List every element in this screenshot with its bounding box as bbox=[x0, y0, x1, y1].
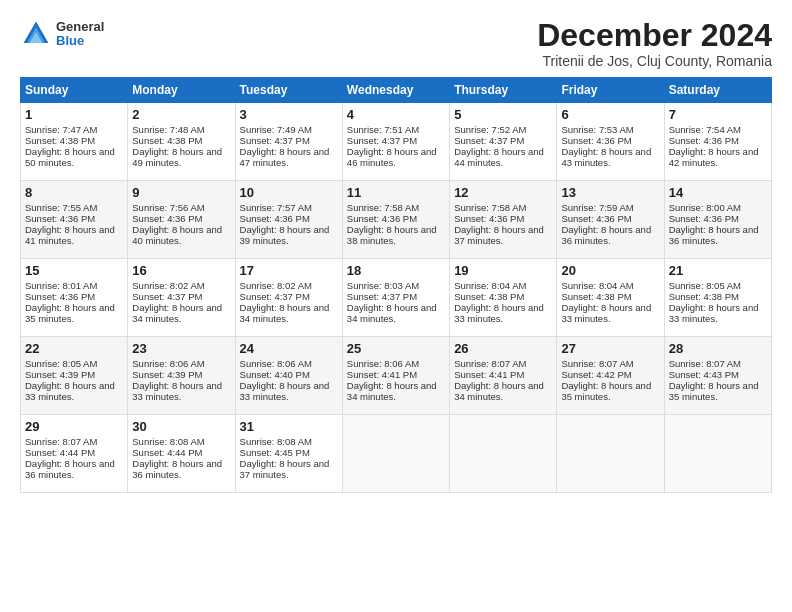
calendar-week-row: 8Sunrise: 7:55 AMSunset: 4:36 PMDaylight… bbox=[21, 181, 772, 259]
day-number: 3 bbox=[240, 107, 338, 122]
calendar-cell: 10Sunrise: 7:57 AMSunset: 4:36 PMDayligh… bbox=[235, 181, 342, 259]
calendar-cell: 8Sunrise: 7:55 AMSunset: 4:36 PMDaylight… bbox=[21, 181, 128, 259]
day-number: 27 bbox=[561, 341, 659, 356]
calendar-week-row: 15Sunrise: 8:01 AMSunset: 4:36 PMDayligh… bbox=[21, 259, 772, 337]
header: General Blue December 2024 Tritenii de J… bbox=[20, 18, 772, 69]
header-friday: Friday bbox=[557, 78, 664, 103]
day-number: 31 bbox=[240, 419, 338, 434]
calendar-cell: 20Sunrise: 8:04 AMSunset: 4:38 PMDayligh… bbox=[557, 259, 664, 337]
day-number: 7 bbox=[669, 107, 767, 122]
calendar-cell: 11Sunrise: 7:58 AMSunset: 4:36 PMDayligh… bbox=[342, 181, 449, 259]
calendar-cell: 13Sunrise: 7:59 AMSunset: 4:36 PMDayligh… bbox=[557, 181, 664, 259]
calendar-cell: 25Sunrise: 8:06 AMSunset: 4:41 PMDayligh… bbox=[342, 337, 449, 415]
calendar-cell: 18Sunrise: 8:03 AMSunset: 4:37 PMDayligh… bbox=[342, 259, 449, 337]
day-number: 10 bbox=[240, 185, 338, 200]
calendar-cell bbox=[342, 415, 449, 493]
calendar-cell: 12Sunrise: 7:58 AMSunset: 4:36 PMDayligh… bbox=[450, 181, 557, 259]
day-number: 1 bbox=[25, 107, 123, 122]
calendar-cell: 2Sunrise: 7:48 AMSunset: 4:38 PMDaylight… bbox=[128, 103, 235, 181]
calendar: SundayMondayTuesdayWednesdayThursdayFrid… bbox=[20, 77, 772, 493]
day-number: 13 bbox=[561, 185, 659, 200]
calendar-cell: 23Sunrise: 8:06 AMSunset: 4:39 PMDayligh… bbox=[128, 337, 235, 415]
calendar-cell: 28Sunrise: 8:07 AMSunset: 4:43 PMDayligh… bbox=[664, 337, 771, 415]
calendar-cell: 19Sunrise: 8:04 AMSunset: 4:38 PMDayligh… bbox=[450, 259, 557, 337]
day-number: 21 bbox=[669, 263, 767, 278]
header-monday: Monday bbox=[128, 78, 235, 103]
calendar-cell: 1Sunrise: 7:47 AMSunset: 4:38 PMDaylight… bbox=[21, 103, 128, 181]
day-number: 6 bbox=[561, 107, 659, 122]
header-sunday: Sunday bbox=[21, 78, 128, 103]
day-number: 9 bbox=[132, 185, 230, 200]
calendar-cell: 31Sunrise: 8:08 AMSunset: 4:45 PMDayligh… bbox=[235, 415, 342, 493]
main-title: December 2024 bbox=[537, 18, 772, 53]
calendar-header-row: SundayMondayTuesdayWednesdayThursdayFrid… bbox=[21, 78, 772, 103]
calendar-week-row: 1Sunrise: 7:47 AMSunset: 4:38 PMDaylight… bbox=[21, 103, 772, 181]
day-number: 24 bbox=[240, 341, 338, 356]
calendar-cell: 5Sunrise: 7:52 AMSunset: 4:37 PMDaylight… bbox=[450, 103, 557, 181]
calendar-cell: 15Sunrise: 8:01 AMSunset: 4:36 PMDayligh… bbox=[21, 259, 128, 337]
day-number: 28 bbox=[669, 341, 767, 356]
subtitle: Tritenii de Jos, Cluj County, Romania bbox=[537, 53, 772, 69]
day-number: 11 bbox=[347, 185, 445, 200]
day-number: 23 bbox=[132, 341, 230, 356]
calendar-cell: 4Sunrise: 7:51 AMSunset: 4:37 PMDaylight… bbox=[342, 103, 449, 181]
calendar-cell: 29Sunrise: 8:07 AMSunset: 4:44 PMDayligh… bbox=[21, 415, 128, 493]
day-number: 2 bbox=[132, 107, 230, 122]
calendar-cell bbox=[664, 415, 771, 493]
day-number: 19 bbox=[454, 263, 552, 278]
day-number: 15 bbox=[25, 263, 123, 278]
header-thursday: Thursday bbox=[450, 78, 557, 103]
day-number: 22 bbox=[25, 341, 123, 356]
calendar-cell: 24Sunrise: 8:06 AMSunset: 4:40 PMDayligh… bbox=[235, 337, 342, 415]
calendar-cell: 17Sunrise: 8:02 AMSunset: 4:37 PMDayligh… bbox=[235, 259, 342, 337]
header-tuesday: Tuesday bbox=[235, 78, 342, 103]
calendar-cell: 30Sunrise: 8:08 AMSunset: 4:44 PMDayligh… bbox=[128, 415, 235, 493]
logo-text: General Blue bbox=[56, 20, 104, 49]
day-number: 4 bbox=[347, 107, 445, 122]
calendar-week-row: 22Sunrise: 8:05 AMSunset: 4:39 PMDayligh… bbox=[21, 337, 772, 415]
day-number: 5 bbox=[454, 107, 552, 122]
day-number: 18 bbox=[347, 263, 445, 278]
logo-line1: General bbox=[56, 20, 104, 34]
day-number: 12 bbox=[454, 185, 552, 200]
calendar-cell: 14Sunrise: 8:00 AMSunset: 4:36 PMDayligh… bbox=[664, 181, 771, 259]
calendar-cell: 9Sunrise: 7:56 AMSunset: 4:36 PMDaylight… bbox=[128, 181, 235, 259]
logo-icon bbox=[20, 18, 52, 50]
calendar-cell: 7Sunrise: 7:54 AMSunset: 4:36 PMDaylight… bbox=[664, 103, 771, 181]
logo: General Blue bbox=[20, 18, 104, 50]
calendar-cell: 22Sunrise: 8:05 AMSunset: 4:39 PMDayligh… bbox=[21, 337, 128, 415]
day-number: 8 bbox=[25, 185, 123, 200]
day-number: 14 bbox=[669, 185, 767, 200]
calendar-cell: 3Sunrise: 7:49 AMSunset: 4:37 PMDaylight… bbox=[235, 103, 342, 181]
calendar-cell bbox=[450, 415, 557, 493]
day-number: 26 bbox=[454, 341, 552, 356]
calendar-cell: 27Sunrise: 8:07 AMSunset: 4:42 PMDayligh… bbox=[557, 337, 664, 415]
calendar-cell: 21Sunrise: 8:05 AMSunset: 4:38 PMDayligh… bbox=[664, 259, 771, 337]
calendar-week-row: 29Sunrise: 8:07 AMSunset: 4:44 PMDayligh… bbox=[21, 415, 772, 493]
day-number: 17 bbox=[240, 263, 338, 278]
header-wednesday: Wednesday bbox=[342, 78, 449, 103]
calendar-cell bbox=[557, 415, 664, 493]
page: General Blue December 2024 Tritenii de J… bbox=[0, 0, 792, 612]
day-number: 25 bbox=[347, 341, 445, 356]
calendar-cell: 6Sunrise: 7:53 AMSunset: 4:36 PMDaylight… bbox=[557, 103, 664, 181]
header-saturday: Saturday bbox=[664, 78, 771, 103]
day-number: 16 bbox=[132, 263, 230, 278]
day-number: 30 bbox=[132, 419, 230, 434]
title-block: December 2024 Tritenii de Jos, Cluj Coun… bbox=[537, 18, 772, 69]
calendar-cell: 16Sunrise: 8:02 AMSunset: 4:37 PMDayligh… bbox=[128, 259, 235, 337]
logo-line2: Blue bbox=[56, 34, 104, 48]
calendar-cell: 26Sunrise: 8:07 AMSunset: 4:41 PMDayligh… bbox=[450, 337, 557, 415]
day-number: 20 bbox=[561, 263, 659, 278]
day-number: 29 bbox=[25, 419, 123, 434]
